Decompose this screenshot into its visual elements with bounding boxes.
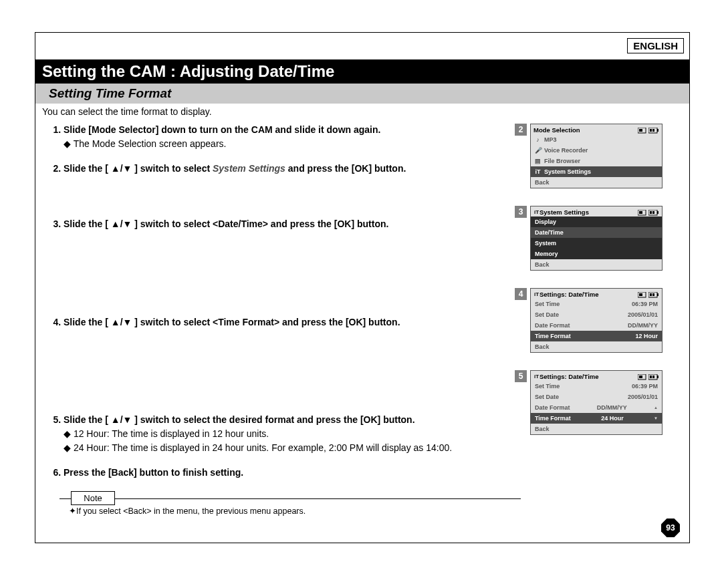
note-label: Note (71, 491, 114, 505)
section-subtitle: Setting Time Format (35, 84, 689, 104)
instructions-column: Slide [Mode Selector] down to turn on th… (35, 124, 527, 516)
step-1: Slide [Mode Selector] down to turn on th… (64, 124, 527, 150)
menu-item-datetime: Date/Time (531, 227, 662, 238)
settings-icon: iT (533, 209, 539, 215)
screen-datetime-24h: iT Settings: Date/Time Set Time06:39 PM … (530, 370, 663, 435)
row-back: Back (531, 424, 662, 434)
svg-rect-7 (639, 211, 642, 214)
step-5-detail-2: ◆ 24 Hour: The time is displayed in 24 h… (64, 442, 527, 454)
menu-item-filebrowser: ▤File Browser (531, 156, 662, 166)
step-5: Slide the [ ▲/▼ ] switch to select the d… (64, 414, 527, 454)
microphone-icon: 🎤 (535, 147, 541, 154)
svg-rect-13 (639, 293, 642, 296)
battery-icon (648, 291, 659, 297)
row-set-time: Set Time06:39 PM (531, 381, 662, 392)
menu-item-system-settings: iTSystem Settings (531, 166, 662, 177)
svg-rect-19 (639, 376, 642, 378)
svg-rect-22 (650, 376, 652, 378)
menu-item-mp3: ♪MP3 (531, 134, 662, 145)
settings-icon: iT (533, 374, 539, 380)
row-time-format: Time Format24 Hour▼ (531, 413, 662, 424)
svg-rect-3 (657, 129, 658, 132)
row-date-format: Date FormatDD/MM/YY (531, 320, 662, 331)
row-back: Back (531, 341, 662, 352)
svg-rect-16 (650, 293, 652, 296)
card-icon (638, 291, 646, 297)
screenshots-column: 2 Mode Selection ♪MP3 🎤Voice Recorder ▤F… (530, 124, 680, 439)
card-icon (638, 126, 646, 133)
screenshot-step-number: 5 (515, 370, 527, 382)
screen-mode-selection: Mode Selection ♪MP3 🎤Voice Recorder ▤Fil… (530, 124, 663, 188)
svg-rect-10 (650, 211, 652, 214)
page-title: Setting the CAM : Adjusting Date/Time (35, 59, 689, 84)
settings-icon: iT (533, 291, 539, 297)
step-2: Slide the [ ▲/▼ ] switch to select Syste… (64, 162, 527, 175)
svg-rect-17 (652, 293, 654, 296)
battery-icon (648, 373, 659, 380)
step-3: Slide the [ ▲/▼ ] switch to select <Date… (64, 218, 527, 231)
card-icon (638, 208, 646, 215)
battery-icon (648, 126, 659, 133)
file-icon: ▤ (535, 158, 541, 164)
svg-rect-23 (652, 376, 654, 378)
svg-rect-9 (657, 211, 658, 214)
language-label: ENGLISH (627, 38, 684, 53)
screenshot-step-number: 3 (515, 206, 527, 218)
menu-item-system: System (531, 238, 662, 249)
svg-rect-4 (650, 129, 652, 132)
chevron-up-icon: ▲ (654, 406, 658, 410)
music-note-icon: ♪ (535, 136, 541, 143)
svg-rect-11 (652, 211, 654, 214)
row-set-time: Set Time06:39 PM (531, 299, 662, 309)
divider (59, 498, 521, 499)
screenshot-step-number: 2 (515, 124, 527, 136)
row-set-date: Set Date2005/01/01 (531, 392, 662, 402)
step-1-detail: ◆ The Mode Selection screen appears. (64, 138, 527, 150)
screen-datetime-12h: iT Settings: Date/Time Set Time06:39 PM … (530, 288, 663, 353)
menu-item-memory: Memory (531, 249, 662, 259)
screen-system-settings: iT System Settings Display Date/Time Sys… (530, 206, 663, 271)
step-5-detail-1: ◆ 12 Hour: The time is displayed in 12 h… (64, 428, 527, 440)
row-set-date: Set Date2005/01/01 (531, 309, 662, 320)
page-number-badge: 93 (661, 519, 680, 537)
svg-rect-15 (657, 293, 658, 296)
menu-item-display: Display (531, 216, 662, 227)
intro-text: You can select the time format to displa… (42, 106, 683, 117)
svg-rect-1 (639, 129, 642, 132)
battery-icon (648, 208, 659, 215)
step-6: Press the [Back] button to finish settin… (64, 466, 527, 479)
menu-item-back: Back (531, 177, 662, 188)
settings-icon: iT (535, 168, 541, 175)
card-icon (638, 373, 646, 380)
note-text: If you select <Back> in the menu, the pr… (69, 506, 521, 516)
chevron-down-icon: ▼ (654, 416, 658, 420)
manual-page: ENGLISH Setting the CAM : Adjusting Date… (35, 32, 690, 543)
row-time-format: Time Format12 Hour (531, 331, 662, 341)
svg-rect-5 (652, 129, 654, 132)
row-date-format: Date FormatDD/MM/YY▲ (531, 402, 662, 413)
menu-item-back: Back (531, 259, 662, 270)
menu-item-voice: 🎤Voice Recorder (531, 145, 662, 156)
step-4: Slide the [ ▲/▼ ] switch to select <Time… (64, 316, 527, 329)
svg-rect-21 (657, 376, 658, 378)
screenshot-step-number: 4 (515, 288, 527, 300)
